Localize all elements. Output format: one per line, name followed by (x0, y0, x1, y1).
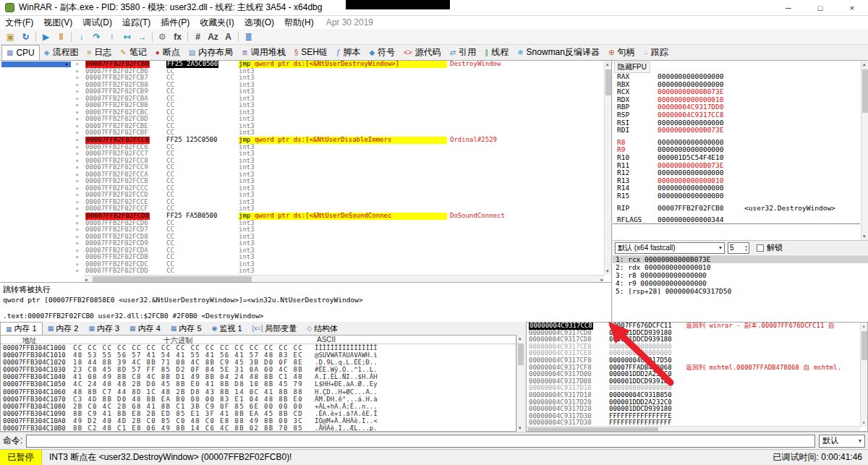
register-row[interactable]: RAX0000000000000000 (613, 73, 860, 81)
case-az-icon[interactable]: Az (205, 30, 221, 43)
command-input[interactable] (26, 435, 815, 448)
tab-snowman[interactable]: ❄Snowman反编译器 (513, 45, 604, 60)
tab-source[interactable]: <>源代码 (399, 45, 446, 60)
scroll-down-icon[interactable]: ▾ (863, 233, 866, 240)
memory-row[interactable]: 00007FFB304C1000CC CC CC CC CC CC CC CC … (1, 344, 516, 351)
menu-item-debug[interactable]: 调试(D) (77, 16, 117, 29)
register-row[interactable]: RDI00000000000B073E (613, 127, 860, 135)
tab-memory-1[interactable]: ▦内存 1 (0, 322, 43, 335)
tab-trace-tab[interactable]: ∴跟踪 (639, 45, 672, 60)
maximize-button[interactable]: □ (804, 0, 836, 16)
unlock-checkbox[interactable] (757, 244, 764, 252)
memory-row[interactable]: 00007FFB304C10908B C9 41 8B E8 2B ED 85 … (1, 410, 516, 417)
disasm-horizontal-scrollbar[interactable]: ◂ ▸ (84, 275, 604, 282)
register-row[interactable]: R130000000000000010 (613, 177, 860, 185)
comments-icon[interactable]: ≣ (241, 30, 256, 43)
tab-memory-map[interactable]: ▤内存布局 (184, 45, 237, 60)
run-icon[interactable]: ▶ (38, 30, 54, 43)
memory-row[interactable]: 00007FFB304C104041 08 49 8B C8 4C 8B D1 … (1, 373, 516, 380)
memory-scrollbar[interactable]: ▴ ▾ (516, 335, 524, 432)
register-row[interactable]: RBX0000000000000000 (613, 81, 860, 89)
pause-icon[interactable]: ‖ (54, 30, 69, 43)
breakpoint-gutter-dot[interactable]: ● (76, 74, 78, 82)
memory-row[interactable]: 00007FFB304C10504C 24 48 48 2B D0 45 8B … (1, 380, 516, 388)
tab-call-stack[interactable]: ≣调用堆栈 (237, 45, 289, 60)
breakpoint-gutter-dot[interactable]: ● (76, 199, 78, 206)
tab-references[interactable]: ⇄引用 (446, 45, 480, 60)
breakpoint-gutter-dot[interactable]: ● (76, 226, 78, 234)
breakpoint-gutter-dot[interactable]: ● (76, 220, 78, 227)
breakpoint-gutter-dot[interactable]: ● (76, 109, 78, 116)
scroll-up-icon[interactable]: ▴ (863, 61, 866, 68)
tab-seh[interactable]: §SEH链 (290, 45, 332, 60)
run-to-return-icon[interactable]: ↤ (119, 30, 135, 43)
tab-watch-1[interactable]: ◉监视 1 (207, 322, 247, 335)
tab-memory-3[interactable]: ▦内存 3 (83, 322, 124, 335)
step-out-icon[interactable]: ↑ (104, 30, 119, 43)
register-row[interactable]: R1100000000000B073E (613, 162, 860, 170)
tab-locals[interactable]: [x=]局部变量 (247, 322, 302, 335)
command-mode-select[interactable]: 默认 ▾ (819, 435, 865, 448)
memory-row[interactable]: 00007FFB304C1070C3 4D 8B D0 48 8B EA B0 … (1, 396, 516, 403)
tab-log[interactable]: ≡日志 (83, 45, 116, 60)
breakpoint-gutter-dot[interactable]: ● (76, 192, 78, 199)
argument-row[interactable]: 5: [rsp+28] 00000004C9317D50 (613, 287, 868, 295)
scroll-up-icon[interactable]: ▴ (862, 323, 865, 330)
tab-memory-4[interactable]: ▦内存 4 (124, 322, 166, 335)
argument-row[interactable]: 2: rdx 0000000000000010 (613, 263, 868, 271)
scroll-up-icon[interactable]: ▴ (519, 335, 522, 342)
register-row[interactable]: R80000000000000000 (613, 139, 860, 147)
tab-memory-2[interactable]: ▦内存 2 (43, 322, 84, 335)
breakpoint-gutter-dot[interactable]: ● (76, 254, 78, 261)
tab-handles[interactable]: ⊕句柄 (604, 45, 639, 60)
menu-item-options[interactable]: 选项(O) (239, 16, 279, 29)
breakpoint-gutter-dot[interactable]: ● (76, 61, 78, 68)
scroll-up-icon[interactable]: ▴ (606, 61, 609, 68)
close-button[interactable]: × (836, 0, 868, 16)
register-row[interactable]: R140000000000000000 (613, 184, 860, 192)
breakpoint-gutter-dot[interactable]: ● (76, 240, 78, 247)
register-row[interactable]: R90000000000000000 (613, 146, 860, 154)
register-row[interactable]: RSI0000000000000000 (613, 119, 860, 127)
menu-item-favourites[interactable]: 收藏夹(I) (195, 16, 239, 29)
scroll-down-icon[interactable]: ▾ (519, 425, 522, 432)
menu-item-help[interactable]: 帮助(H) (279, 16, 319, 29)
tab-script[interactable]: ƒ脚本 (332, 45, 365, 60)
tab-threads[interactable]: ∥线程 (480, 45, 513, 60)
memory-row[interactable]: 00007FFB304C101040 53 55 56 57 41 54 41 … (1, 351, 516, 359)
calling-convention-select[interactable]: 默认 (x64 fastcall) ▾ (615, 242, 725, 254)
breakpoint-gutter-dot[interactable]: ● (76, 68, 78, 75)
register-row[interactable]: RBP00000004C9317DD0 (613, 103, 860, 111)
breakpoint-gutter-dot[interactable]: ● (76, 88, 78, 95)
breakpoint-gutter-dot[interactable]: ● (76, 247, 78, 255)
tab-cpu[interactable]: ▦CPU (1, 45, 40, 60)
menu-item-trace[interactable]: 追踪(T) (117, 16, 156, 29)
skip-icon[interactable]: → (135, 30, 150, 43)
breakpoint-gutter-dot[interactable]: ● (76, 116, 78, 123)
menu-item-view[interactable]: 视图(V) (38, 16, 77, 29)
tab-struct[interactable]: ◇结构体 (302, 322, 343, 335)
hash-icon[interactable]: # (190, 30, 205, 43)
argument-row[interactable]: 4: r9 0000000000000000 (613, 279, 868, 287)
breakpoint-gutter-dot[interactable]: ● (76, 205, 78, 213)
registers-scrollbar[interactable]: ▴ ▾ (861, 61, 868, 240)
settings-gear-icon[interactable]: ⚙ (155, 30, 170, 43)
breakpoint-gutter-dot[interactable]: ● (76, 234, 78, 241)
memory-row[interactable]: 00007FFB304C10B08B C2 48 C1 E8 06 49 8B … (1, 425, 516, 432)
tab-notes[interactable]: ✎笔记 (116, 45, 150, 60)
breakpoint-gutter-dot[interactable]: ● (76, 185, 78, 192)
breakpoint-gutter-dot[interactable]: ● (76, 158, 78, 165)
breakpoint-gutter-dot[interactable]: ● (76, 268, 78, 275)
register-row[interactable]: RIP00007FFB2F02FCB0<user32.DestroyWindow… (613, 205, 860, 213)
breakpoint-gutter-dot[interactable]: ● (76, 95, 78, 103)
tab-breakpoints[interactable]: ●断点 (151, 45, 184, 60)
scroll-down-icon[interactable]: ▾ (862, 419, 865, 427)
step-over-icon[interactable]: ↷ (89, 30, 104, 43)
register-row[interactable]: RCX00000000000B073E (613, 88, 860, 96)
restart-icon[interactable]: ↻ (18, 30, 33, 43)
breakpoint-gutter-dot[interactable]: ● (76, 102, 78, 109)
scroll-down-icon[interactable]: ▾ (606, 268, 609, 275)
breakpoint-gutter-dot[interactable]: ● (76, 137, 78, 144)
disasm-vertical-scrollbar[interactable]: ▴ ▾ (604, 61, 611, 275)
breakpoint-gutter-dot[interactable]: ● (76, 164, 78, 171)
